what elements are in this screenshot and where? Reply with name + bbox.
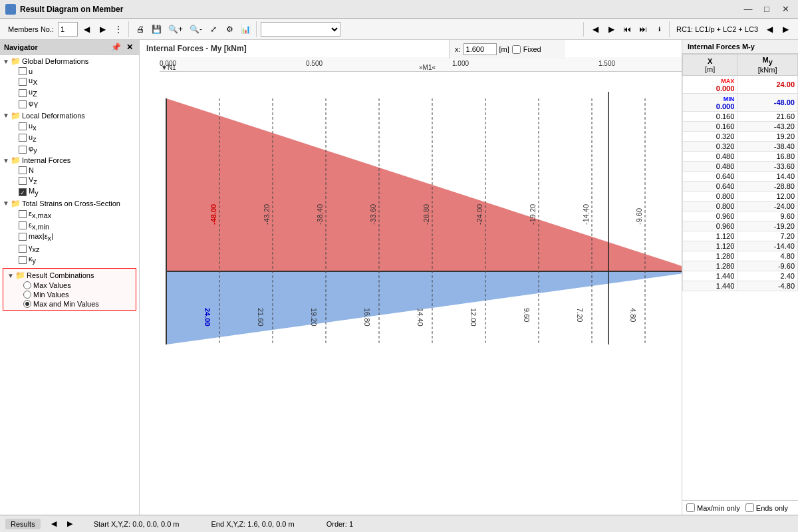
tree-item-max-values[interactable]: Max Values — [5, 281, 134, 290]
nav-info[interactable]: ℹ — [652, 21, 666, 37]
cb-luz[interactable] — [19, 134, 27, 142]
rc-next[interactable]: ▶ — [778, 21, 793, 37]
cb-maxex[interactable] — [19, 233, 27, 241]
prev-member-button[interactable]: ◀ — [79, 21, 94, 37]
tree-item-u[interactable]: u — [0, 66, 139, 76]
tree-item-exmin[interactable]: εx,min — [0, 220, 139, 231]
close-button[interactable]: ✕ — [778, 2, 793, 17]
expand-strains-icon[interactable]: ▼ — [1, 200, 11, 207]
tree-item-N[interactable]: N — [0, 166, 139, 175]
ends-only-label[interactable]: Ends only — [745, 503, 788, 512]
val-bot-7: 7.20 — [576, 308, 584, 322]
cb-exmax[interactable] — [19, 210, 27, 218]
members-input[interactable] — [58, 22, 78, 37]
print-button[interactable]: 🖨 — [133, 21, 148, 37]
nav-first[interactable]: ⏮ — [620, 21, 634, 37]
tree-item-ky[interactable]: κy — [0, 254, 139, 265]
cb-uz[interactable] — [19, 89, 27, 97]
fit-button[interactable]: ⤢ — [206, 21, 221, 37]
x-coord-input[interactable] — [464, 43, 497, 55]
tree-item-My[interactable]: My — [0, 186, 139, 198]
maxmin-only-label[interactable]: Max/min only — [686, 503, 740, 512]
table-cell-my: -19.20 — [737, 221, 798, 231]
N-label: N — [29, 166, 34, 174]
expand-rc-icon[interactable]: ▼ — [6, 272, 15, 279]
nav-prev[interactable]: ◀ — [588, 21, 602, 37]
tree-item-lux[interactable]: ux — [0, 121, 139, 132]
tree-item-min-values[interactable]: Min Values — [5, 290, 134, 299]
maximize-button[interactable]: □ — [759, 2, 774, 17]
next-member-button[interactable]: ▶ — [95, 21, 110, 37]
lphiy-label: φy — [29, 144, 37, 154]
table-cell-x: 0.960 — [683, 211, 737, 221]
nav-close-button[interactable]: ✕ — [124, 43, 135, 52]
expand-internal-icon[interactable]: ▼ — [1, 157, 11, 164]
tree-item-yxz[interactable]: γxz — [0, 243, 139, 254]
nav-last[interactable]: ⏭ — [636, 21, 650, 37]
tree-item-local-deformations[interactable]: ▼ 📁 Local Deformations — [0, 110, 139, 121]
ends-checkbox[interactable] — [745, 503, 754, 512]
tree-item-global-deformations[interactable]: ▼ 📁 Global Deformations — [0, 56, 139, 66]
cb-yxz[interactable] — [19, 245, 27, 253]
results-tab[interactable]: Results — [5, 519, 41, 529]
cb-ky[interactable] — [19, 256, 27, 264]
expand-global-icon[interactable]: ▼ — [1, 58, 11, 65]
rb-max-min-values[interactable] — [23, 300, 31, 308]
minimize-button[interactable]: — — [741, 2, 755, 17]
nav-next[interactable]: ▶ — [604, 21, 618, 37]
tree-item-ux[interactable]: uX — [0, 76, 139, 87]
nav-left-btn[interactable]: ◀ — [51, 519, 57, 528]
cb-Vz[interactable] — [19, 177, 27, 185]
tree-item-uz[interactable]: uZ — [0, 87, 139, 98]
table-cell-my: 21.60 — [737, 112, 798, 122]
cb-lphiy[interactable] — [19, 146, 27, 154]
cb-phiy[interactable] — [19, 100, 27, 108]
tree-item-result-combinations[interactable]: ▼ 📁 Result Combinations — [5, 270, 134, 281]
fixed-checkbox[interactable] — [512, 45, 521, 54]
tree-item-exmax[interactable]: εx,max — [0, 209, 139, 220]
rb-min-values[interactable] — [23, 291, 31, 299]
tree-item-Vz[interactable]: Vz — [0, 175, 139, 186]
table-cell-my: -28.80 — [737, 182, 798, 192]
maxmin-checkbox[interactable] — [686, 503, 695, 512]
table-cell-my: -48.00 — [737, 94, 798, 112]
export-button[interactable]: 💾 — [149, 21, 164, 37]
table-button[interactable]: 📊 — [238, 21, 253, 37]
tree-item-total-strains[interactable]: ▼ 📁 Total Strains on Cross-Section — [0, 198, 139, 209]
rb-max-values[interactable] — [23, 281, 31, 289]
loadcase-select[interactable] — [261, 22, 340, 37]
zoom-in-button[interactable]: 🔍+ — [166, 21, 186, 37]
val-bot-3: 16.80 — [363, 308, 371, 327]
val-top-5: -24.00 — [475, 204, 483, 225]
cb-My[interactable] — [19, 188, 27, 196]
m1-label: »M1« — [419, 64, 436, 71]
table-cell-my: 2.40 — [737, 271, 798, 281]
folder-internal-icon: 📁 — [11, 156, 20, 165]
uz-label: uZ — [29, 88, 37, 98]
cb-exmin[interactable] — [19, 221, 27, 229]
tree-item-maxex[interactable]: max|εx| — [0, 231, 139, 243]
max-min-values-label: Max and Min Values — [33, 300, 99, 308]
tree-item-max-min-values[interactable]: Max and Min Values — [5, 299, 134, 309]
table-scroll-area[interactable]: X[m] My[kNm] MAX0.00024.00MIN0.000-48.00… — [682, 54, 798, 500]
tree-item-lphiy[interactable]: φy — [0, 144, 139, 155]
val-bot-4: 14.40 — [416, 308, 424, 327]
members-label: Members No.: — [5, 25, 57, 33]
nav-right-btn[interactable]: ▶ — [67, 519, 72, 528]
tree-item-internal-forces[interactable]: ▼ 📁 Internal Forces — [0, 155, 139, 166]
nav-pin-button[interactable]: 📌 — [109, 43, 123, 52]
settings-button[interactable]: ⚙ — [222, 21, 237, 37]
navigator-header: Navigator 📌 ✕ — [0, 40, 139, 55]
expand-local-icon[interactable]: ▼ — [1, 112, 11, 119]
cb-lux[interactable] — [19, 122, 27, 130]
cb-N[interactable] — [19, 166, 27, 174]
cb-ux[interactable] — [19, 78, 27, 86]
member-list-button[interactable]: ⋮ — [111, 21, 126, 37]
lux-label: ux — [29, 122, 37, 132]
zoom-out-button[interactable]: 🔍- — [187, 21, 205, 37]
table-cell-x: 1.440 — [683, 281, 737, 291]
cb-u[interactable] — [19, 67, 27, 75]
tree-item-luz[interactable]: uz — [0, 132, 139, 144]
tree-item-phiy[interactable]: φY — [0, 98, 139, 110]
rc-prev[interactable]: ◀ — [762, 21, 777, 37]
